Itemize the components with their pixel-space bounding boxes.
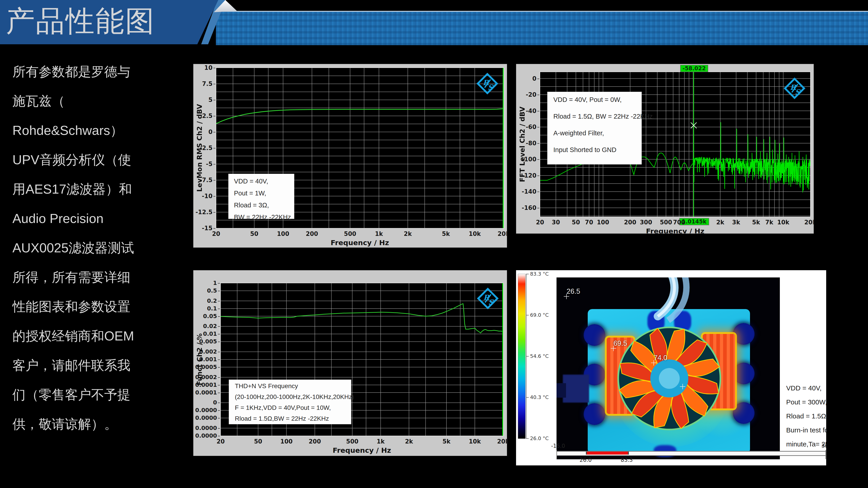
thermal-condition-line: Pout = 300W, (786, 398, 826, 406)
colorbar-bracket (526, 274, 526, 438)
y-tick-mark (537, 78, 539, 79)
y-tick-mark (213, 180, 215, 181)
conditions-info-box: THD+N VS Frequency(20-100Hz,200-1000Hz,2… (229, 380, 351, 424)
y-tick-mark (218, 436, 220, 436)
x-tick-label: 200 (298, 230, 326, 237)
conditions-info-line: Rload = 1.5Ω,BW = 22Hz -22KHz (235, 415, 329, 422)
sidebar-line-1: 所有参数都是罗德与 (12, 57, 195, 86)
y-tick-mark (537, 143, 539, 144)
y-tick-mark (218, 418, 220, 418)
trace-levmon-response (216, 109, 504, 124)
y-tick-mark (218, 359, 220, 360)
cursor-value-readout: -58.022 (680, 65, 708, 72)
header: 产品性能图 (0, 0, 868, 45)
conditions-info-line: (20-100Hz,200-1000Hz,2K-10KHz,20KHz) (235, 393, 354, 400)
y-tick-mark (537, 95, 539, 95)
scale-min-label: -15.0 (551, 443, 565, 449)
rohde-schwarz-logo-icon: RS (476, 287, 499, 310)
y-axis-title: FFT Level Ch2 / dBV (518, 72, 527, 217)
x-tick-label: 5k (432, 230, 460, 237)
y-tick-mark (218, 291, 220, 291)
x-axis-title: Frequency / Hz (540, 227, 810, 234)
sidebar-line-13: 供，敬请谅解）。 (12, 410, 195, 439)
y-tick-mark (213, 68, 215, 68)
x-tick-label: 2k (395, 438, 423, 445)
y-tick-mark (218, 352, 220, 352)
conditions-info-line: Rload = 3Ω, (234, 201, 269, 209)
thermal-panel: 83.3 °C69.0 °C54.6 °C40.3 °C26.0 °C26.56… (516, 270, 826, 465)
x-tick-label: 20 (207, 438, 234, 445)
y-tick-mark (213, 84, 215, 84)
conditions-info-box: VDD = 40V,Pout = 1W,Rload = 3Ω,BW = 22Hz… (228, 174, 294, 219)
header-texture-band (216, 11, 868, 45)
y-tick-mark (218, 308, 220, 309)
colorbar-tick-label: 54.6 °C (530, 353, 549, 359)
x-axis-title: Frequency / Hz (221, 446, 503, 454)
y-tick-mark (213, 228, 215, 229)
trace-thd-n-vs-frequency (221, 304, 503, 333)
y-tick-mark (213, 164, 215, 164)
scale-bar-band (586, 452, 629, 455)
y-tick-mark (218, 367, 220, 367)
x-tick-label: 20 (203, 230, 230, 237)
chart-panel-levmon: 107.552.50-2.5-5-7.5-10-12.5-15205010020… (193, 64, 507, 248)
y-tick-mark (213, 132, 215, 132)
conditions-info-line: VDD = 40V, (234, 177, 268, 185)
y-tick-mark (218, 393, 220, 393)
scale-band-from-label: 26.0 (580, 457, 592, 463)
y-tick-mark (537, 111, 539, 111)
y-tick-mark (537, 208, 539, 208)
sidebar-line-8: 所得，所有需要详细 (12, 263, 195, 292)
scale-bar-right-tick (826, 450, 826, 459)
thermal-condition-line: Rload = 1.5Ω, (786, 412, 826, 420)
conditions-info-box: VDD = 40V, Pout = 0W,Rload = 1.5Ω, BW = … (548, 92, 642, 164)
y-tick-mark (218, 377, 220, 378)
x-tick-label: 20k (797, 219, 814, 226)
sidebar-line-11: 客户，请邮件联系我 (12, 351, 195, 380)
colorbar-tick-label: 26.0 °C (530, 435, 549, 441)
colorbar-tick-mark (526, 438, 529, 439)
x-tick-label: 10k (461, 438, 489, 445)
x-tick-label: 100 (590, 219, 617, 226)
x-tick-label: 20k (490, 230, 507, 237)
x-tick-label: 5k (433, 438, 460, 445)
y-tick-mark (218, 301, 220, 301)
conditions-info-line: A-weighted Filter, (553, 129, 604, 137)
y-tick-mark (218, 316, 220, 317)
thermal-image: 26.569.574.0 (557, 278, 780, 459)
spot-cross (680, 384, 685, 389)
conditions-info-line: Input Shorted to GND (553, 146, 616, 154)
x-tick-label: 2k (394, 230, 421, 237)
x-tick-label: 20k (490, 438, 507, 445)
x-tick-label: 500 (337, 230, 364, 237)
scale-max-label: 360 (822, 443, 826, 449)
y-axis-title: LevMon RMS Ch2 / dBV (195, 68, 204, 228)
x-tick-label: 100 (270, 230, 297, 237)
y-tick-mark (218, 341, 220, 342)
scale-band-to-label: 83.3 (621, 457, 633, 463)
chart-panel-fft: -58.0221.0145k0-20-40-60-80-100-120-140-… (516, 64, 814, 234)
x-tick-label: 100 (273, 438, 300, 445)
rohde-schwarz-logo-icon: RS (476, 72, 499, 95)
svg-text:S: S (795, 88, 801, 96)
rohde-schwarz-logo-icon: RS (783, 77, 806, 100)
conditions-info-line: F = 1KHz,VDD = 40V,Pout = 10W, (235, 404, 331, 412)
spot-temperature-label: 74.0 (654, 354, 667, 362)
x-tick-label: 700 (666, 219, 693, 226)
thermal-condition-line: minute,Ta= 25°C (786, 440, 826, 448)
x-axis-title: Frequency / Hz (216, 238, 504, 247)
x-tick-label: 500 (339, 438, 366, 445)
spot-temperature-label: 69.5 (614, 339, 627, 348)
x-tick-label: 10k (770, 219, 797, 226)
sidebar-line-5: 用AES17滤波器）和 (12, 174, 195, 204)
svg-text:S: S (488, 83, 494, 92)
y-tick-mark (213, 196, 215, 197)
slide: 产品性能图 所有参数都是罗德与施瓦兹（Rohde&Schwars）UPV音频分析… (0, 0, 868, 488)
colorbar-tick-label: 83.3 °C (530, 271, 549, 277)
scale-bar-left-tick (557, 450, 557, 459)
chart-panel-thd: 10.50.20.10.050.020.010.0050.0020.0010.0… (193, 270, 507, 456)
y-tick-mark (218, 385, 220, 385)
svg-text:S: S (488, 298, 494, 306)
cooling-tube (557, 278, 780, 459)
sidebar-line-7: AUX0025滤波器测试 (12, 233, 195, 263)
